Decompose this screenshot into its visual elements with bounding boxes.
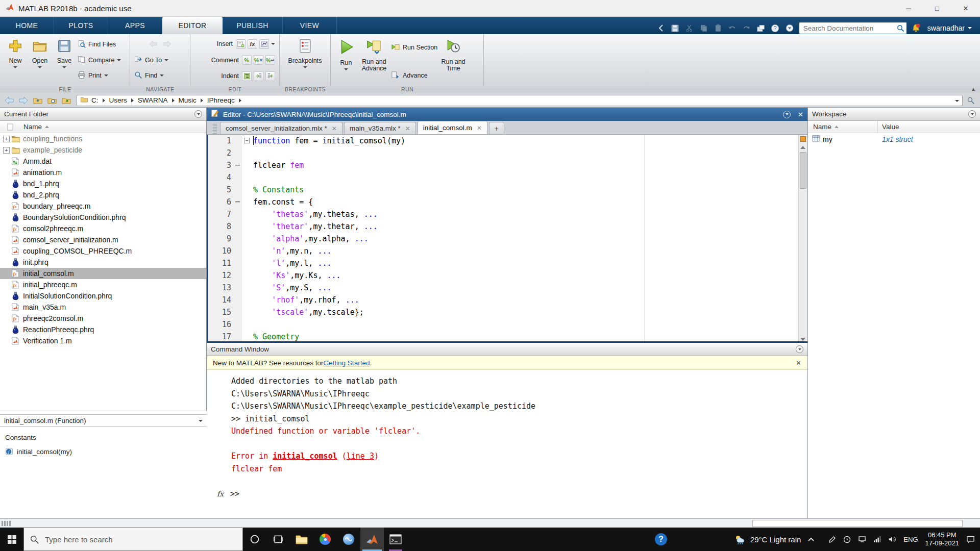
line-number[interactable]: 3 xyxy=(208,159,234,171)
file-list-item[interactable]: fxcomsol2phreeqc.m xyxy=(0,223,206,234)
switch-windows-icon[interactable] xyxy=(756,23,766,33)
file-list-item[interactable]: fxinitial_phreeqc.m xyxy=(0,279,206,290)
save-icon[interactable] xyxy=(670,23,680,33)
language-indicator[interactable]: ENG xyxy=(903,536,918,543)
file-list-item[interactable]: bnd_1.phrq xyxy=(0,178,206,189)
file-details-header[interactable]: initial_comsol.m (Function) xyxy=(0,414,207,427)
banner-close-icon[interactable]: ✕ xyxy=(796,359,801,367)
file-list-item[interactable]: comsol_server_initialization.m xyxy=(0,234,206,245)
matlab-taskbar-icon[interactable] xyxy=(360,528,384,551)
line-number[interactable]: 10 xyxy=(208,245,234,257)
save-button[interactable]: Save xyxy=(52,36,77,84)
expand-icon[interactable]: + xyxy=(3,147,10,154)
command-prompt[interactable]: >> xyxy=(230,489,239,498)
user-account-menu[interactable]: swarnadhar xyxy=(925,24,977,32)
redo-icon[interactable] xyxy=(742,23,752,33)
breadcrumb-segment[interactable]: Music xyxy=(179,96,197,104)
volume-icon[interactable] xyxy=(888,536,896,543)
file-list-item[interactable]: Verification 1.m xyxy=(0,335,206,346)
comment-icon[interactable]: % xyxy=(242,55,252,65)
insert-section-icon[interactable] xyxy=(236,39,246,49)
workspace-variable-row[interactable]: my1x1 struct xyxy=(808,133,980,145)
advance-button[interactable]: Advance xyxy=(391,70,437,81)
code-fold-icon[interactable]: − xyxy=(244,138,250,143)
insert-code-icon[interactable] xyxy=(259,39,269,49)
folder-column-header[interactable]: Name xyxy=(0,121,206,133)
show-hidden-icons-chevron[interactable] xyxy=(808,537,814,541)
goto-button[interactable]: Go To xyxy=(134,55,186,65)
file-list-item[interactable]: +example_pesticide xyxy=(0,144,206,156)
function-signature-item[interactable]: f initial_comsol(my) xyxy=(0,441,207,456)
file-list-item[interactable]: main_v35a.m xyxy=(0,302,206,313)
run-button[interactable]: Run xyxy=(334,36,358,84)
clock-tray-icon[interactable] xyxy=(843,536,851,543)
line-number[interactable]: 14 xyxy=(208,294,234,306)
collapse-ribbon-icon[interactable]: ▲ xyxy=(971,86,976,92)
line-number[interactable]: 17 xyxy=(208,331,234,343)
toolbar-options-icon[interactable] xyxy=(785,23,795,33)
documentation-search-input[interactable] xyxy=(803,24,897,32)
paste-icon[interactable] xyxy=(713,23,723,33)
editor-scrollbar[interactable] xyxy=(798,135,807,343)
editor-close-icon[interactable]: ✕ xyxy=(798,111,803,118)
ribbon-tab-publish[interactable]: PUBLISH xyxy=(223,17,283,34)
ribbon-tab-view[interactable]: VIEW xyxy=(283,17,337,34)
ribbon-tab-apps[interactable]: APPS xyxy=(108,17,162,34)
file-list-item[interactable]: coupling_COMSOL_PHREEQC.m xyxy=(0,245,206,257)
taskbar-clock[interactable]: 06:45 PM 17-09-2021 xyxy=(925,531,960,547)
file-explorer-icon[interactable] xyxy=(290,528,313,551)
breadcrumb-segment[interactable]: IPhreeqc xyxy=(207,96,235,104)
breadcrumb-segment[interactable]: SWARNA xyxy=(138,96,168,104)
line-number[interactable]: 5 xyxy=(208,184,234,196)
taskbar-search-box[interactable]: Type here to search xyxy=(23,528,243,551)
weather-widget[interactable]: 29°C Light rain xyxy=(734,534,801,544)
line-number[interactable]: 1 xyxy=(208,135,234,147)
minimize-button[interactable]: ─ xyxy=(894,0,923,17)
new-tab-button[interactable]: + xyxy=(489,122,504,134)
network-icon[interactable] xyxy=(858,536,866,543)
line-number[interactable]: 9 xyxy=(208,233,234,245)
ribbon-tab-home[interactable]: HOME xyxy=(0,17,54,34)
navigate-back-forward[interactable] xyxy=(134,39,186,49)
scrollbar-thumb[interactable] xyxy=(800,152,806,189)
new-button[interactable]: New xyxy=(3,36,28,84)
maximize-button[interactable]: □ xyxy=(923,0,951,17)
chrome-icon[interactable] xyxy=(313,528,337,551)
file-list-item[interactable]: ReactionPhreeqc.phrq xyxy=(0,324,206,335)
file-list-item[interactable]: init.phrq xyxy=(0,257,206,268)
smart-indent-icon[interactable] xyxy=(242,71,252,81)
action-center-icon[interactable] xyxy=(966,535,975,543)
line-number[interactable]: 11 xyxy=(208,257,234,269)
task-view-icon[interactable] xyxy=(266,528,290,551)
current-folder-path[interactable]: C:UsersSWARNAMusicIPhreeqc xyxy=(77,95,963,106)
compare-button[interactable]: Compare xyxy=(78,55,121,65)
new-folder-icon[interactable] xyxy=(60,95,72,106)
editor-tab[interactable]: initial_comsol.m✕ xyxy=(418,121,487,134)
indent-left-icon[interactable] xyxy=(265,71,275,81)
file-list-item[interactable]: bnd_2.phrq xyxy=(0,189,206,201)
path-dropdown-icon[interactable] xyxy=(955,100,959,102)
scroll-up-icon[interactable] xyxy=(800,146,805,149)
command-window-console[interactable]: Added directories to the matlab pathC:\U… xyxy=(207,370,807,500)
uncomment-icon[interactable]: %✕ xyxy=(254,55,263,65)
cut-icon[interactable] xyxy=(684,23,695,33)
search-folder-icon[interactable] xyxy=(965,95,977,106)
workspace-column-header[interactable]: Name Value xyxy=(808,121,980,133)
editor-tab[interactable]: comsol_server_initialization.mlx *✕ xyxy=(220,122,342,134)
signal-bars-icon[interactable] xyxy=(873,536,881,543)
terminal-icon[interactable] xyxy=(384,528,407,551)
cortana-icon[interactable] xyxy=(243,528,266,551)
tab-close-icon[interactable]: ✕ xyxy=(332,125,337,132)
expand-icon[interactable]: + xyxy=(3,136,10,142)
file-list-item[interactable]: InitialSolutionCondition.phrq xyxy=(0,290,206,302)
help-taskbar-icon[interactable]: ? xyxy=(649,528,673,551)
find-files-button[interactable]: Find Files xyxy=(78,39,121,49)
file-list-item[interactable]: BoundarySolutionCondition.phrq xyxy=(0,212,206,223)
pen-icon[interactable] xyxy=(828,536,836,543)
breadcrumb-segment[interactable]: Users xyxy=(109,96,127,104)
start-button[interactable] xyxy=(0,528,23,551)
line-number[interactable]: 4 xyxy=(208,171,234,184)
panel-menu-icon[interactable] xyxy=(968,110,976,118)
run-and-advance-button[interactable]: Run and Advance xyxy=(358,36,390,84)
find-button[interactable]: Find xyxy=(134,70,186,81)
